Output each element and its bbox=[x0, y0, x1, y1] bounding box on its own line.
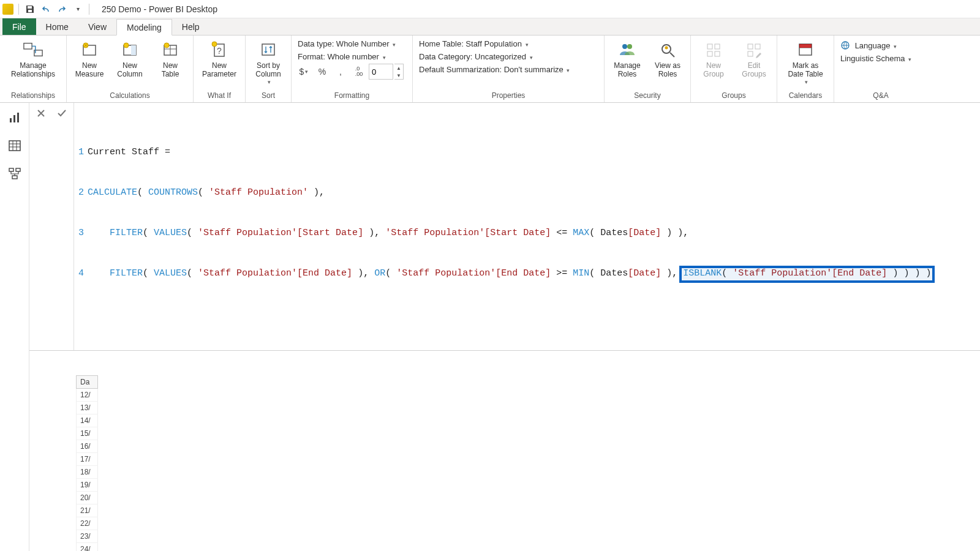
data-category-label: Data Category: Uncategorized bbox=[419, 52, 526, 61]
home-table-label: Home Table: Staff Population bbox=[419, 39, 522, 48]
table-cell[interactable]: 16/ bbox=[76, 440, 98, 453]
mark-date-table-label: Mark as Date Table bbox=[788, 61, 823, 79]
group-label-formatting: Formatting bbox=[295, 90, 409, 102]
svg-rect-40 bbox=[16, 168, 20, 171]
report-view-button[interactable] bbox=[6, 109, 23, 126]
dropdown-arrow-icon: ▾ bbox=[526, 42, 529, 48]
formula-editor[interactable]: 1 Current Staff = 2 CALCULATE( COUNTROWS… bbox=[74, 103, 980, 350]
sort-by-column-label: Sort by Column bbox=[255, 61, 281, 79]
undo-button[interactable] bbox=[40, 3, 52, 15]
format-dropdown[interactable]: Format: Whole number ▾ bbox=[295, 51, 409, 62]
dropdown-arrow-icon: ▾ bbox=[393, 42, 396, 48]
percent-format-button[interactable]: % bbox=[314, 64, 331, 80]
new-parameter-label: New Parameter bbox=[202, 61, 236, 79]
table-cell[interactable]: 23/ bbox=[76, 530, 98, 543]
table-cell[interactable]: 22/ bbox=[76, 517, 98, 530]
roles-icon bbox=[617, 39, 638, 60]
tab-view[interactable]: View bbox=[78, 18, 116, 35]
table-cell[interactable]: 19/ bbox=[76, 479, 98, 492]
new-measure-button[interactable]: New Measure bbox=[70, 37, 108, 81]
ribbon-group-formatting: Data type: Whole Number ▾ Format: Whole … bbox=[292, 36, 413, 102]
data-type-dropdown[interactable]: Data type: Whole Number ▾ bbox=[295, 38, 409, 50]
table-cell[interactable]: 20/ bbox=[76, 492, 98, 504]
content-area: 1 Current Staff = 2 CALCULATE( COUNTROWS… bbox=[29, 103, 980, 551]
svg-point-16 bbox=[627, 44, 632, 49]
tab-modeling[interactable]: Modeling bbox=[116, 19, 172, 36]
table-icon bbox=[160, 39, 181, 60]
thousands-separator-button[interactable]: , bbox=[332, 64, 349, 80]
data-view-button[interactable] bbox=[6, 137, 23, 154]
save-icon bbox=[25, 4, 35, 14]
table-cell[interactable]: 13/ bbox=[76, 402, 98, 414]
sort-by-column-button[interactable]: Sort by Column ▾ bbox=[249, 37, 287, 88]
window-title: 250 Demo - Power BI Desktop bbox=[102, 4, 217, 14]
line-number: 1 bbox=[74, 146, 88, 159]
title-bar: ▾ 250 Demo - Power BI Desktop bbox=[0, 0, 980, 18]
redo-icon bbox=[57, 4, 67, 14]
qat-customize[interactable]: ▾ bbox=[72, 3, 84, 15]
grid-area: Da 12/13/14/15/16/17/18/19/20/21/22/23/2… bbox=[29, 351, 980, 551]
commit-formula-button[interactable] bbox=[55, 107, 69, 120]
table-cell[interactable]: 18/ bbox=[76, 466, 98, 479]
spinner-up-icon[interactable]: ▲ bbox=[394, 64, 403, 72]
tab-home[interactable]: Home bbox=[36, 18, 78, 35]
svg-point-6 bbox=[124, 43, 129, 48]
model-view-button[interactable] bbox=[6, 165, 23, 182]
svg-rect-22 bbox=[707, 51, 712, 56]
cancel-formula-button[interactable] bbox=[34, 107, 48, 120]
view-as-roles-button[interactable]: View as Roles bbox=[649, 37, 687, 81]
redo-button[interactable] bbox=[56, 3, 68, 15]
svg-rect-23 bbox=[715, 51, 720, 56]
linguistic-schema-dropdown[interactable]: Linguistic Schema ▾ bbox=[838, 53, 924, 64]
save-button[interactable] bbox=[24, 3, 36, 15]
language-dropdown[interactable]: Language ▾ bbox=[838, 39, 924, 51]
table-cell[interactable]: 17/ bbox=[76, 453, 98, 466]
svg-text:?: ? bbox=[217, 46, 222, 56]
edit-groups-label: Edit Groups bbox=[742, 61, 766, 79]
new-table-button[interactable]: New Table bbox=[151, 37, 189, 81]
new-group-label: New Group bbox=[703, 61, 723, 79]
new-group-button: New Group bbox=[695, 37, 733, 81]
new-group-icon bbox=[703, 39, 724, 60]
group-label-relationships: Relationships bbox=[4, 90, 62, 102]
spinner-down-icon[interactable]: ▼ bbox=[394, 72, 403, 79]
code-line-1: Current Staff = bbox=[88, 146, 980, 159]
close-icon bbox=[36, 108, 46, 118]
currency-label: $ bbox=[300, 67, 304, 77]
table-cell[interactable]: 21/ bbox=[76, 504, 98, 517]
new-parameter-button[interactable]: ? New Parameter bbox=[197, 37, 241, 81]
svg-rect-31 bbox=[10, 118, 12, 122]
tab-help[interactable]: Help bbox=[172, 18, 209, 35]
table-cell[interactable]: 15/ bbox=[76, 427, 98, 440]
mark-date-table-button[interactable]: Mark as Date Table ▾ bbox=[781, 37, 830, 88]
menu-tabs: File Home View Modeling Help bbox=[0, 18, 980, 36]
dropdown-arrow-icon: ▾ bbox=[305, 69, 308, 75]
table-cell[interactable]: 14/ bbox=[76, 414, 98, 427]
home-table-dropdown[interactable]: Home Table: Staff Population ▾ bbox=[417, 38, 600, 50]
currency-format-button[interactable]: $▾ bbox=[295, 64, 312, 80]
decimal-places-input[interactable] bbox=[369, 64, 393, 80]
svg-rect-39 bbox=[9, 168, 13, 171]
relationships-icon bbox=[23, 39, 43, 60]
table-cell[interactable]: 24/ bbox=[76, 543, 98, 551]
view-as-roles-label: View as Roles bbox=[655, 61, 680, 79]
tab-file[interactable]: File bbox=[2, 18, 36, 35]
view-roles-icon bbox=[657, 39, 678, 60]
data-category-dropdown[interactable]: Data Category: Uncategorized ▾ bbox=[417, 51, 600, 62]
undo-icon bbox=[41, 4, 51, 14]
svg-rect-25 bbox=[755, 44, 760, 49]
column-header[interactable]: Da bbox=[76, 375, 98, 389]
new-column-button[interactable]: New Column bbox=[111, 37, 149, 81]
measure-icon bbox=[79, 39, 100, 60]
line-number: 4 bbox=[74, 267, 88, 280]
dropdown-arrow-icon: ▾ bbox=[383, 54, 386, 61]
ribbon-group-security: Manage Roles View as Roles Security bbox=[605, 36, 691, 102]
manage-relationships-button[interactable]: Manage Relationships bbox=[4, 37, 62, 81]
dropdown-arrow-icon: ▾ bbox=[567, 67, 570, 73]
decimal-spinner[interactable]: ▲ ▼ bbox=[394, 64, 404, 80]
default-summarization-dropdown[interactable]: Default Summarization: Don't summarize ▾ bbox=[417, 64, 600, 75]
table-cell[interactable]: 12/ bbox=[76, 389, 98, 402]
manage-roles-button[interactable]: Manage Roles bbox=[608, 37, 646, 81]
group-label-sort: Sort bbox=[249, 90, 287, 102]
code-line-3: FILTER( VALUES( 'Staff Population'[Start… bbox=[88, 227, 980, 240]
